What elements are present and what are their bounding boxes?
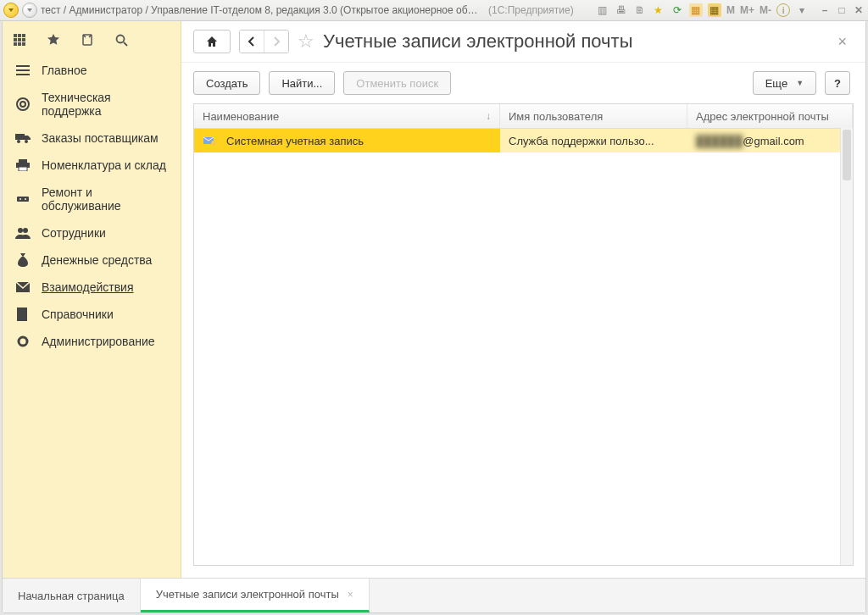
calendar-icon[interactable]: ▦ xyxy=(708,3,721,17)
svg-rect-28 xyxy=(17,308,19,321)
maximize-button[interactable]: □ xyxy=(836,4,848,16)
sidebar-item-label: Номенклатура и склад xyxy=(42,158,170,172)
window-list-icon[interactable]: ▥ xyxy=(596,3,609,17)
column-header-email[interactable]: Адрес электронной почты xyxy=(687,104,853,128)
sidebar-item-catalogs[interactable]: Справочники xyxy=(3,301,181,328)
sidebar-item-employees[interactable]: Сотрудники xyxy=(3,219,181,247)
sidebar-toolbar xyxy=(3,26,181,57)
page-title: Учетные записи электронной почты xyxy=(323,30,632,53)
tab-label: Учетные записи электронной почты xyxy=(156,588,339,601)
close-window-button[interactable]: ✕ xyxy=(853,4,865,16)
back-button[interactable] xyxy=(240,30,264,53)
svg-rect-5 xyxy=(22,38,25,42)
svg-rect-7 xyxy=(18,42,21,46)
column-header-user[interactable]: Имя пользователя xyxy=(500,104,687,128)
cell-name-text: Системная учетная запись xyxy=(226,135,364,147)
page-header: ☆ Учетные записи электронной почты × xyxy=(181,21,865,63)
email-masked-part: ██████ xyxy=(696,135,743,147)
history-icon[interactable] xyxy=(79,31,96,48)
people-icon xyxy=(14,226,31,240)
help-button[interactable]: ? xyxy=(825,71,850,95)
sidebar-item-repair[interactable]: Ремонт и обслуживание xyxy=(3,179,181,219)
favorite-add-icon[interactable]: ★ xyxy=(652,3,665,17)
table-header: Наименование Имя пользователя Адрес элек… xyxy=(194,104,853,129)
tab-label: Начальная страница xyxy=(18,590,125,602)
tab-email-accounts[interactable]: Учетные записи электронной почты × xyxy=(141,579,370,612)
create-button[interactable]: Создать xyxy=(193,71,260,95)
sidebar-item-label: Взаимодействия xyxy=(42,280,170,294)
cell-name: Системная учетная запись xyxy=(194,129,500,152)
gear-icon xyxy=(14,335,31,348)
document-icon[interactable]: 🗎 xyxy=(633,3,647,17)
search-icon[interactable] xyxy=(113,31,130,48)
list-icon xyxy=(14,64,31,77)
sidebar-item-label: Главное xyxy=(42,64,170,77)
table-row[interactable]: Системная учетная запись Служба поддержк… xyxy=(194,129,853,152)
sidebar-item-interactions[interactable]: Взаимодействия xyxy=(3,274,181,301)
window-context: (1С:Предприятие) xyxy=(488,4,574,16)
window-title: тест / Администратор / Управление IT-отд… xyxy=(41,4,481,16)
sidebar-item-admin[interactable]: Администрирование xyxy=(3,328,181,355)
window-controls: – □ ✕ xyxy=(819,4,865,16)
page-toolbar: Создать Найти... Отменить поиск Еще ? xyxy=(181,63,865,103)
dropdown-button[interactable] xyxy=(22,3,37,18)
nav-back-forward xyxy=(239,30,289,53)
forward-button[interactable] xyxy=(264,30,288,53)
sidebar-item-money[interactable]: Денежные средства xyxy=(3,247,181,274)
svg-rect-20 xyxy=(19,167,27,171)
info-dropdown-icon[interactable]: ▾ xyxy=(795,3,809,17)
tab-close-icon[interactable]: × xyxy=(348,589,353,601)
sidebar-item-stock[interactable]: Номенклатура и склад xyxy=(3,152,181,179)
close-page-button[interactable]: × xyxy=(834,33,850,51)
svg-point-25 xyxy=(23,228,28,233)
window-tabs: Начальная страница Учетные записи электр… xyxy=(3,578,865,612)
find-button[interactable]: Найти... xyxy=(269,71,335,95)
calculator-icon[interactable]: ▦ xyxy=(689,3,703,17)
svg-rect-8 xyxy=(22,42,25,46)
svg-point-30 xyxy=(21,340,25,343)
print-icon[interactable]: 🖶 xyxy=(615,3,628,17)
moneybag-icon xyxy=(14,253,31,267)
lifebuoy-icon xyxy=(14,97,31,111)
sidebar-item-support[interactable]: Техническая поддержка xyxy=(3,84,181,125)
refresh-icon[interactable]: ⟳ xyxy=(670,3,684,17)
column-header-name[interactable]: Наименование xyxy=(194,104,500,128)
svg-point-32 xyxy=(211,141,216,146)
svg-point-23 xyxy=(25,198,26,200)
svg-point-15 xyxy=(20,102,25,107)
sidebar-item-label: Ремонт и обслуживание xyxy=(42,186,170,213)
home-button[interactable] xyxy=(193,30,231,53)
app-menu-button[interactable] xyxy=(3,3,19,18)
favorite-star-icon[interactable]: ☆ xyxy=(298,30,314,53)
book-icon xyxy=(14,308,31,321)
svg-point-24 xyxy=(18,228,23,233)
content-area: ☆ Учетные записи электронной почты × Соз… xyxy=(181,21,865,578)
wrench-icon xyxy=(14,192,31,206)
sidebar-item-main[interactable]: Главное xyxy=(3,57,181,84)
svg-point-17 xyxy=(25,140,28,143)
m-button[interactable]: M xyxy=(726,4,735,16)
vertical-scrollbar[interactable] xyxy=(840,128,853,565)
table-body: Системная учетная запись Служба поддержк… xyxy=(194,129,853,565)
sidebar-item-label: Администрирование xyxy=(42,335,170,348)
tab-start-page[interactable]: Начальная страница xyxy=(3,579,141,612)
sidebar-item-label: Сотрудники xyxy=(42,226,170,240)
sidebar-item-orders[interactable]: Заказы поставщикам xyxy=(3,125,181,152)
accounts-table: Наименование Имя пользователя Адрес элек… xyxy=(193,103,854,566)
info-icon[interactable]: i xyxy=(776,3,790,17)
sections-icon[interactable] xyxy=(11,31,28,48)
favorites-icon[interactable] xyxy=(45,31,62,48)
sidebar-item-label: Справочники xyxy=(42,308,170,321)
svg-rect-18 xyxy=(19,159,27,163)
navigation-sidebar: Главное Техническая поддержка Заказы пос… xyxy=(3,21,181,578)
svg-rect-4 xyxy=(18,38,21,42)
minimize-button[interactable]: – xyxy=(819,4,831,16)
svg-point-16 xyxy=(17,140,20,143)
scrollbar-thumb[interactable] xyxy=(843,130,851,180)
m-minus-button[interactable]: M- xyxy=(760,4,771,16)
svg-rect-21 xyxy=(17,197,29,202)
svg-rect-2 xyxy=(22,34,25,37)
more-button[interactable]: Еще xyxy=(753,71,816,95)
m-plus-button[interactable]: M+ xyxy=(740,4,754,16)
sidebar-item-label: Денежные средства xyxy=(42,253,170,267)
